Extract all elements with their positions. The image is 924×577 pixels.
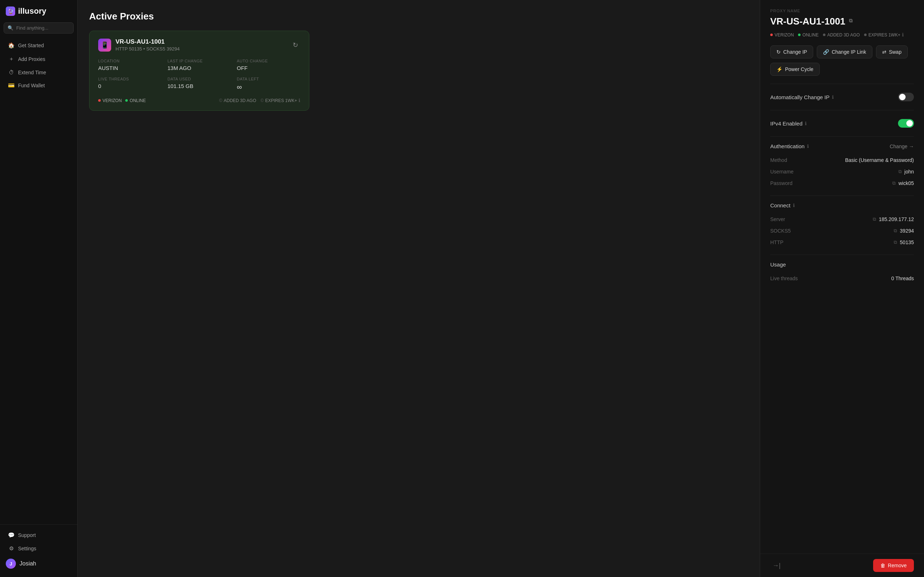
stat-data-left: DATA LEFT ∞ (237, 77, 300, 91)
location-label: LOCATION (98, 59, 162, 63)
change-ip-link-button[interactable]: 🔗 Change IP Link (817, 45, 872, 58)
sidebar-item-label: Fund Wallet (18, 82, 45, 89)
sidebar-item-fund-wallet[interactable]: 💳 Fund Wallet (2, 79, 75, 92)
collapse-panel-button[interactable]: →| (770, 560, 783, 572)
panel-badges: VERIZON ONLINE ADDED 3D AGO EXPIRES 1WK+… (770, 32, 914, 37)
sidebar-item-support[interactable]: 💬 Support (2, 529, 75, 542)
stat-live-threads: LIVE THREADS 0 (98, 77, 162, 91)
stat-last-ip: LAST IP CHANGE 13M AGO (168, 59, 231, 71)
method-label: Method (770, 157, 787, 163)
sidebar-item-extend-time[interactable]: ⏱ Extend Time (2, 66, 75, 79)
stat-auto-change: AUTO CHANGE OFF (237, 59, 300, 71)
right-panel: PROXY NAME VR-US-AU1-1001 ⧉ VERIZON ONLI… (760, 0, 924, 577)
panel-added-dot (823, 34, 825, 36)
gear-icon: ⚙ (8, 545, 15, 552)
live-threads-label: Live threads (770, 276, 798, 281)
ipv4-row: IPv4 Enabled ℹ (770, 117, 914, 130)
password-copy-icon[interactable]: ⧉ (892, 180, 895, 186)
server-copy-icon[interactable]: ⧉ (873, 216, 876, 222)
page-title: Active Proxies (89, 11, 748, 22)
clock-icon: ⏱ (8, 69, 15, 76)
proxy-name-copy-icon[interactable]: ⧉ (849, 18, 857, 26)
panel-expires-badge: EXPIRES 1WK+ ℹ (864, 32, 904, 37)
user-profile[interactable]: J Josiah (0, 555, 77, 572)
auth-title: Authentication ℹ (770, 143, 809, 149)
data-left-value: ∞ (237, 83, 300, 91)
socks5-label: SOCKS5 (770, 228, 791, 234)
power-cycle-button[interactable]: ⚡ Power Cycle (770, 63, 820, 76)
sidebar: 🔮 illusory 🔍 ⌘K 🏠 Get Started ＋ Add Prox… (0, 0, 78, 577)
auto-change-ip-toggle[interactable] (898, 93, 914, 102)
panel-status-dot (798, 34, 801, 36)
panel-carrier-badge: VERIZON (770, 32, 794, 37)
added-label: ADDED 3D AGO (224, 98, 256, 103)
proxy-stats: LOCATION AUSTIN LAST IP CHANGE 13M AGO A… (98, 59, 300, 91)
password-label: Password (770, 180, 792, 186)
expires-info-icon[interactable]: ℹ (299, 98, 300, 103)
divider-3 (770, 136, 914, 137)
method-value: Basic (Username & Password) (845, 157, 914, 163)
sidebar-item-settings[interactable]: ⚙ Settings (2, 542, 75, 555)
divider-1 (770, 84, 914, 84)
auth-username-row: Username ⧉ john (770, 166, 914, 177)
sidebar-item-label: Settings (18, 546, 36, 551)
ipv4-toggle-knob (906, 120, 913, 127)
socks5-copy-icon[interactable]: ⧉ (894, 228, 897, 234)
server-label: Server (770, 216, 785, 222)
auto-change-info-icon[interactable]: ℹ (832, 95, 834, 100)
sidebar-item-label: Extend Time (18, 69, 46, 76)
proxy-card-footer: VERIZON ONLINE © ADDED 3D AGO © EXPIRES … (98, 98, 300, 103)
server-row: Server ⧉ 185.209.177.12 (770, 213, 914, 225)
auto-change-ip-row: Automatically Change IP ℹ (770, 90, 914, 103)
auth-info-icon[interactable]: ℹ (807, 143, 809, 149)
search-input[interactable] (16, 25, 77, 31)
proxy-card-header: 📱 VR-US-AU1-1001 HTTP 50135 • SOCKS5 392… (98, 38, 300, 52)
refresh-button[interactable]: ↻ (291, 39, 300, 51)
socks5-row: SOCKS5 ⧉ 39294 (770, 225, 914, 237)
last-ip-label: LAST IP CHANGE (168, 59, 231, 63)
trash-icon: 🗑 (880, 562, 885, 568)
remove-button[interactable]: 🗑 Remove (873, 559, 914, 572)
ipv4-info-icon[interactable]: ℹ (805, 121, 807, 126)
expiry-group: © ADDED 3D AGO © EXPIRES 1WK+ ℹ (219, 98, 300, 103)
power-button-row: ⚡ Power Cycle (770, 63, 914, 76)
http-copy-icon[interactable]: ⧉ (894, 239, 897, 245)
data-left-label: DATA LEFT (237, 77, 300, 81)
live-threads-value: 0 (98, 83, 162, 89)
auto-change-value: OFF (237, 65, 300, 71)
panel-section-label: PROXY NAME (770, 9, 914, 13)
proxy-card-subtitle: HTTP 50135 • SOCKS5 39294 (115, 46, 180, 52)
location-value: AUSTIN (98, 65, 162, 71)
stat-location: LOCATION AUSTIN (98, 59, 162, 71)
username-copy-icon[interactable]: ⧉ (898, 169, 901, 174)
stat-data-used: DATA USED 101.15 GB (168, 77, 231, 91)
panel-proxy-name: VR-US-AU1-1001 ⧉ (770, 16, 914, 27)
carrier-dot (98, 99, 101, 102)
data-used-value: 101.15 GB (168, 83, 231, 89)
sidebar-item-label: Get Started (18, 43, 44, 48)
plus-icon: ＋ (8, 56, 15, 62)
ipv4-toggle[interactable] (898, 119, 914, 128)
power-icon: ⚡ (776, 66, 782, 72)
panel-status-badge: ONLINE (798, 32, 819, 37)
logo-area: 🔮 illusory (0, 0, 77, 21)
arrow-right-icon: → (909, 143, 914, 149)
logo-icon: 🔮 (6, 6, 15, 16)
sidebar-item-add-proxies[interactable]: ＋ Add Proxies (2, 52, 75, 66)
status-label: ONLINE (129, 98, 146, 103)
swap-button[interactable]: ⇄ Swap (876, 45, 908, 58)
connect-info-icon[interactable]: ℹ (793, 203, 795, 208)
proxy-card[interactable]: 📱 VR-US-AU1-1001 HTTP 50135 • SOCKS5 392… (89, 31, 309, 111)
panel-expires-info-icon[interactable]: ℹ (902, 32, 904, 37)
sidebar-nav: 🏠 Get Started ＋ Add Proxies ⏱ Extend Tim… (0, 37, 77, 524)
search-bar[interactable]: 🔍 ⌘K (3, 23, 74, 34)
usage-section-header: Usage (770, 261, 914, 268)
http-label: HTTP (770, 239, 783, 245)
http-row: HTTP ⧉ 50135 (770, 237, 914, 248)
sidebar-item-get-started[interactable]: 🏠 Get Started (2, 39, 75, 52)
change-ip-button[interactable]: ↻ Change IP (770, 45, 813, 58)
auth-change-link[interactable]: Change → (890, 143, 914, 149)
panel-expires-dot (864, 34, 867, 36)
wallet-icon: 💳 (8, 82, 15, 89)
username-value: ⧉ john (898, 169, 914, 174)
